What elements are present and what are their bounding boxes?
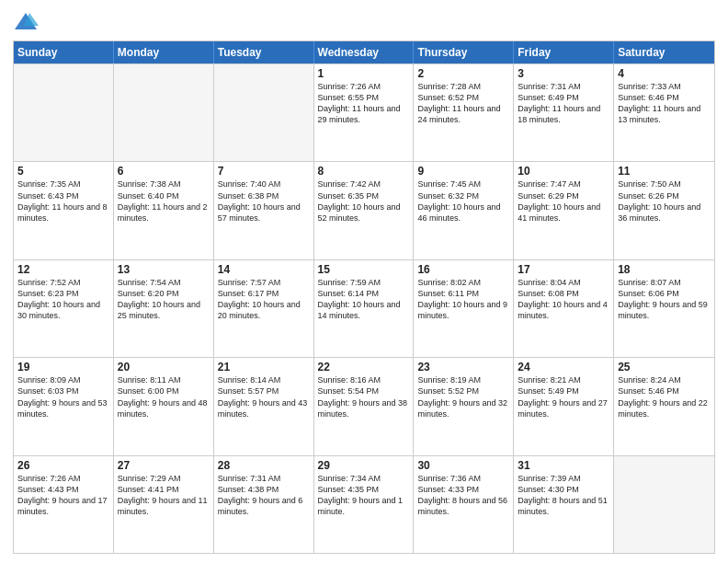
cell-sun-info: Sunrise: 8:21 AM Sunset: 5:49 PM Dayligh… [518,374,609,419]
cell-sun-info: Sunrise: 7:26 AM Sunset: 4:43 PM Dayligh… [17,473,109,518]
cell-sun-info: Sunrise: 7:42 AM Sunset: 6:35 PM Dayligh… [318,178,410,224]
calendar-cell: 12Sunrise: 7:52 AM Sunset: 6:23 PM Dayli… [14,260,114,357]
day-number: 10 [518,165,609,178]
calendar-header-cell: Wednesday [314,41,415,63]
calendar-row: 26Sunrise: 7:26 AM Sunset: 4:43 PM Dayli… [14,455,714,553]
cell-sun-info: Sunrise: 7:26 AM Sunset: 6:55 PM Dayligh… [318,81,410,126]
calendar-cell: 7Sunrise: 7:40 AM Sunset: 6:38 PM Daylig… [214,162,314,259]
day-number: 5 [17,165,109,178]
logo [13,9,42,35]
calendar-cell: 24Sunrise: 8:21 AM Sunset: 5:49 PM Dayli… [514,358,614,454]
cell-sun-info: Sunrise: 8:09 AM Sunset: 6:03 PM Dayligh… [17,374,109,419]
day-number: 4 [618,67,711,80]
calendar-cell: 23Sunrise: 8:19 AM Sunset: 5:52 PM Dayli… [414,358,514,454]
calendar-header-cell: Monday [114,41,214,63]
cell-sun-info: Sunrise: 7:31 AM Sunset: 4:38 PM Dayligh… [218,473,310,518]
calendar-row: 19Sunrise: 8:09 AM Sunset: 6:03 PM Dayli… [14,357,714,454]
day-number: 22 [318,361,410,373]
day-number: 28 [218,459,310,472]
day-number: 31 [518,459,609,472]
calendar-cell: 20Sunrise: 8:11 AM Sunset: 6:00 PM Dayli… [114,358,214,454]
calendar-cell: 4Sunrise: 7:33 AM Sunset: 6:46 PM Daylig… [614,64,714,161]
calendar-cell: 27Sunrise: 7:29 AM Sunset: 4:41 PM Dayli… [114,456,214,553]
calendar-header-cell: Tuesday [214,41,314,63]
day-number: 3 [518,67,609,80]
page: SundayMondayTuesdayWednesdayThursdayFrid… [0,0,728,563]
header [13,9,715,35]
calendar-cell: 13Sunrise: 7:54 AM Sunset: 6:20 PM Dayli… [114,260,214,357]
cell-sun-info: Sunrise: 7:33 AM Sunset: 6:46 PM Dayligh… [618,81,711,126]
calendar-cell: 2Sunrise: 7:28 AM Sunset: 6:52 PM Daylig… [414,64,514,161]
day-number: 25 [618,361,711,373]
calendar-cell: 28Sunrise: 7:31 AM Sunset: 4:38 PM Dayli… [214,456,314,553]
cell-sun-info: Sunrise: 7:38 AM Sunset: 6:40 PM Dayligh… [118,178,210,224]
day-number: 23 [417,361,509,373]
calendar-cell [114,64,214,161]
calendar-cell [214,64,314,161]
calendar-cell: 10Sunrise: 7:47 AM Sunset: 6:29 PM Dayli… [514,162,614,259]
cell-sun-info: Sunrise: 7:45 AM Sunset: 6:32 PM Dayligh… [417,178,509,224]
calendar-cell [14,64,114,161]
calendar-cell: 30Sunrise: 7:36 AM Sunset: 4:33 PM Dayli… [414,456,514,553]
day-number: 8 [318,165,410,178]
cell-sun-info: Sunrise: 7:35 AM Sunset: 6:43 PM Dayligh… [17,178,109,224]
calendar-cell: 11Sunrise: 7:50 AM Sunset: 6:26 PM Dayli… [614,162,714,259]
calendar-cell: 19Sunrise: 8:09 AM Sunset: 6:03 PM Dayli… [14,358,114,454]
cell-sun-info: Sunrise: 7:40 AM Sunset: 6:38 PM Dayligh… [218,178,310,224]
calendar-cell: 29Sunrise: 7:34 AM Sunset: 4:35 PM Dayli… [314,456,415,553]
calendar-cell: 16Sunrise: 8:02 AM Sunset: 6:11 PM Dayli… [414,260,514,357]
calendar-header-cell: Thursday [414,41,514,63]
calendar-header-row: SundayMondayTuesdayWednesdayThursdayFrid… [14,41,714,63]
day-number: 13 [118,263,210,276]
cell-sun-info: Sunrise: 7:57 AM Sunset: 6:17 PM Dayligh… [218,277,310,322]
calendar-cell: 22Sunrise: 8:16 AM Sunset: 5:54 PM Dayli… [314,358,415,454]
day-number: 20 [118,361,210,373]
day-number: 11 [618,165,711,178]
calendar-cell: 5Sunrise: 7:35 AM Sunset: 6:43 PM Daylig… [14,162,114,259]
day-number: 2 [417,67,509,80]
day-number: 29 [318,459,410,472]
cell-sun-info: Sunrise: 7:47 AM Sunset: 6:29 PM Dayligh… [518,178,609,224]
day-number: 26 [17,459,109,472]
day-number: 27 [118,459,210,472]
cell-sun-info: Sunrise: 8:07 AM Sunset: 6:06 PM Dayligh… [618,277,711,322]
day-number: 18 [618,263,711,276]
day-number: 15 [318,263,410,276]
cell-sun-info: Sunrise: 7:54 AM Sunset: 6:20 PM Dayligh… [118,277,210,322]
day-number: 12 [17,263,109,276]
calendar-header-cell: Sunday [14,41,114,63]
calendar-cell: 14Sunrise: 7:57 AM Sunset: 6:17 PM Dayli… [214,260,314,357]
cell-sun-info: Sunrise: 8:24 AM Sunset: 5:46 PM Dayligh… [618,374,711,419]
cell-sun-info: Sunrise: 8:16 AM Sunset: 5:54 PM Dayligh… [318,374,410,419]
calendar-cell: 1Sunrise: 7:26 AM Sunset: 6:55 PM Daylig… [314,64,415,161]
cell-sun-info: Sunrise: 7:39 AM Sunset: 4:30 PM Dayligh… [518,473,609,518]
cell-sun-info: Sunrise: 8:02 AM Sunset: 6:11 PM Dayligh… [417,277,509,322]
day-number: 24 [518,361,609,373]
calendar-header-cell: Saturday [614,41,714,63]
logo-icon [13,9,39,35]
calendar-body: 1Sunrise: 7:26 AM Sunset: 6:55 PM Daylig… [14,63,714,553]
cell-sun-info: Sunrise: 7:50 AM Sunset: 6:26 PM Dayligh… [618,178,711,224]
cell-sun-info: Sunrise: 7:34 AM Sunset: 4:35 PM Dayligh… [318,473,410,518]
day-number: 17 [518,263,609,276]
calendar-cell [614,456,714,553]
calendar-row: 1Sunrise: 7:26 AM Sunset: 6:55 PM Daylig… [14,63,714,161]
calendar-row: 5Sunrise: 7:35 AM Sunset: 6:43 PM Daylig… [14,161,714,259]
calendar-cell: 21Sunrise: 8:14 AM Sunset: 5:57 PM Dayli… [214,358,314,454]
day-number: 14 [218,263,310,276]
day-number: 21 [218,361,310,373]
calendar-cell: 31Sunrise: 7:39 AM Sunset: 4:30 PM Dayli… [514,456,614,553]
cell-sun-info: Sunrise: 8:19 AM Sunset: 5:52 PM Dayligh… [417,374,509,419]
calendar-cell: 15Sunrise: 7:59 AM Sunset: 6:14 PM Dayli… [314,260,415,357]
cell-sun-info: Sunrise: 7:52 AM Sunset: 6:23 PM Dayligh… [17,277,109,322]
cell-sun-info: Sunrise: 8:04 AM Sunset: 6:08 PM Dayligh… [518,277,609,322]
day-number: 7 [218,165,310,178]
calendar-cell: 8Sunrise: 7:42 AM Sunset: 6:35 PM Daylig… [314,162,415,259]
calendar-cell: 6Sunrise: 7:38 AM Sunset: 6:40 PM Daylig… [114,162,214,259]
day-number: 9 [417,165,509,178]
cell-sun-info: Sunrise: 8:11 AM Sunset: 6:00 PM Dayligh… [118,374,210,419]
calendar-cell: 25Sunrise: 8:24 AM Sunset: 5:46 PM Dayli… [614,358,714,454]
day-number: 1 [318,67,410,80]
cell-sun-info: Sunrise: 8:14 AM Sunset: 5:57 PM Dayligh… [218,374,310,419]
cell-sun-info: Sunrise: 7:31 AM Sunset: 6:49 PM Dayligh… [518,81,609,126]
